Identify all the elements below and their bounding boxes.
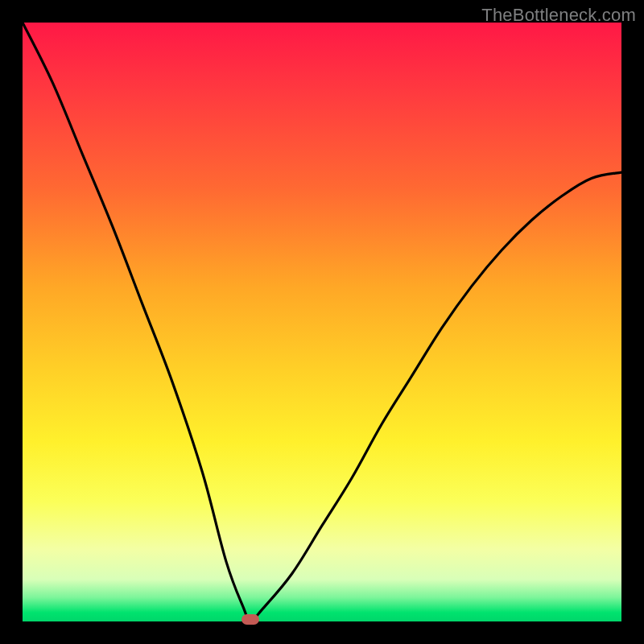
chart-frame: TheBottleneck.com xyxy=(0,0,644,644)
bottleneck-curve xyxy=(23,23,621,621)
plot-area xyxy=(23,23,621,621)
optimal-point-marker xyxy=(242,614,259,625)
